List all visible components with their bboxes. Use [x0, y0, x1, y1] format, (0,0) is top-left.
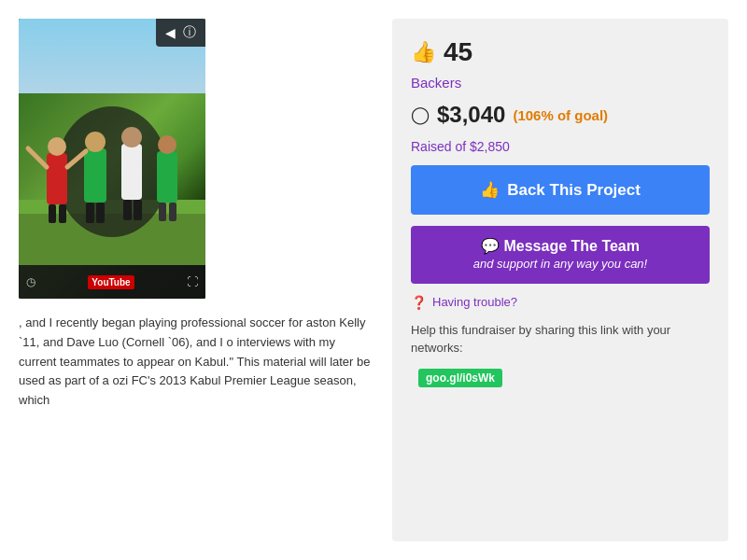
- svg-rect-11: [121, 144, 142, 200]
- money-icon: ◯: [411, 105, 430, 125]
- clock-icon: ◷: [26, 275, 35, 288]
- youtube-logo: YouTube: [88, 275, 134, 289]
- message-icon: 💬: [481, 238, 503, 254]
- share-link-row: goo.gl/i0sWk: [411, 369, 710, 387]
- svg-rect-5: [49, 204, 56, 223]
- back-project-label: Back This Project: [507, 181, 641, 200]
- svg-point-4: [48, 137, 66, 156]
- backers-row: 👍 45: [411, 37, 710, 67]
- trouble-row: ❓ Having trouble?: [411, 295, 710, 310]
- thumbs-up-icon: 👍: [411, 40, 436, 64]
- message-team-label-row: 💬 Message The Team: [481, 237, 640, 257]
- amount-row: ◯ $3,040 (106% of goal): [411, 102, 710, 128]
- svg-rect-3: [47, 153, 67, 204]
- question-icon: ❓: [411, 295, 427, 310]
- back-project-icon: 👍: [480, 180, 500, 200]
- raised-label: Raised of $2,850: [411, 139, 710, 154]
- svg-point-12: [121, 127, 142, 147]
- having-trouble-link[interactable]: Having trouble?: [432, 295, 517, 309]
- share-text: Help this fundraiser by sharing this lin…: [411, 321, 710, 357]
- backers-count: 45: [444, 37, 472, 67]
- info-icon[interactable]: ⓘ: [183, 24, 196, 41]
- share-icon[interactable]: ◀: [165, 25, 176, 40]
- description-text: , and I recently began playing professio…: [19, 315, 371, 407]
- amount-value: $3,040: [437, 102, 505, 128]
- svg-rect-17: [159, 203, 166, 221]
- video-top-bar: ◀ ⓘ: [156, 19, 205, 47]
- right-panel: 👍 45 Backers ◯ $3,040 (106% of goal) Rai…: [392, 19, 728, 541]
- project-description: , and I recently began playing professio…: [19, 314, 374, 411]
- svg-rect-9: [86, 203, 94, 223]
- video-player[interactable]: ◀ ⓘ ◷ YouTube ⛶: [19, 19, 205, 299]
- svg-rect-10: [96, 203, 105, 223]
- svg-point-2: [56, 106, 168, 237]
- share-link-badge[interactable]: goo.gl/i0sWk: [418, 369, 502, 387]
- message-team-button[interactable]: 💬 Message The Team and support in any wa…: [411, 226, 710, 284]
- svg-line-19: [28, 148, 47, 167]
- svg-rect-14: [134, 200, 142, 220]
- video-bottom-bar: ◷ YouTube ⛶: [19, 265, 205, 299]
- left-column: ◀ ⓘ ◷ YouTube ⛶ , and I recently began p…: [19, 19, 374, 541]
- video-thumbnail: [19, 78, 205, 265]
- backers-label: Backers: [411, 75, 710, 91]
- back-project-button[interactable]: 👍 Back This Project: [411, 165, 710, 215]
- svg-rect-7: [84, 148, 106, 203]
- svg-point-8: [85, 132, 106, 152]
- message-team-label: Message The Team: [503, 238, 640, 254]
- svg-rect-15: [157, 151, 177, 203]
- svg-rect-13: [123, 200, 132, 220]
- percent-badge: (106% of goal): [513, 107, 608, 123]
- svg-rect-18: [169, 203, 176, 221]
- fullscreen-icon[interactable]: ⛶: [187, 275, 198, 288]
- message-team-sublabel: and support in any way you can!: [473, 257, 647, 273]
- svg-point-16: [158, 135, 176, 154]
- svg-rect-6: [59, 204, 66, 223]
